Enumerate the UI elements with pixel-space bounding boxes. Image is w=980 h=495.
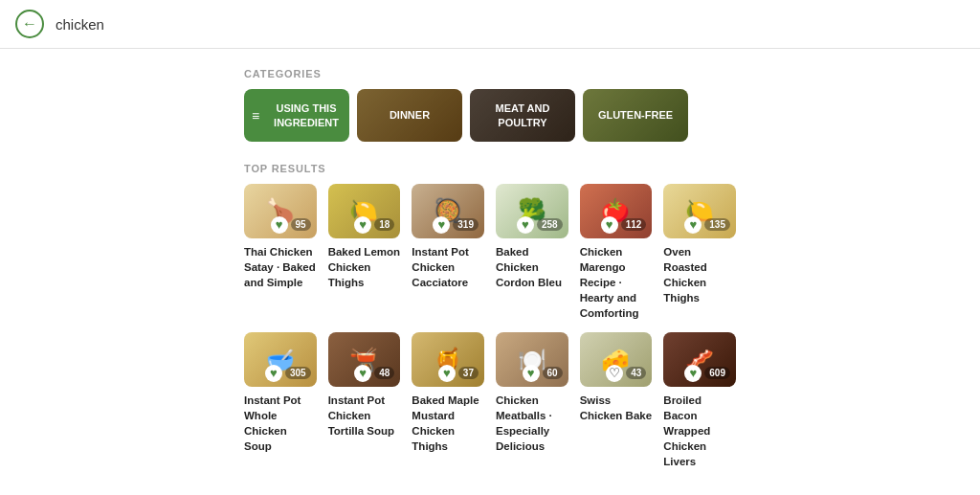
search-input[interactable] bbox=[56, 16, 965, 33]
recipe-card[interactable]: 🥣 ♥ 305 Instant Pot Whole Chicken Soup bbox=[244, 332, 317, 469]
heart-icon: ♥ bbox=[354, 365, 371, 382]
recipe-title: Oven Roasted Chicken Thighs bbox=[663, 244, 736, 305]
recipe-card[interactable]: 🍋 ♥ 18 Baked Lemon Chicken Thighs bbox=[328, 184, 401, 321]
recipe-title: Chicken Meatballs · Especially Delicious bbox=[496, 393, 568, 454]
main-content: CATEGORIES ≡ USING THIS INGREDIENT DINNE… bbox=[0, 49, 980, 488]
recipe-title: Thai Chicken Satay · Baked and Simple bbox=[244, 244, 317, 290]
results-grid: 🍗 ♥ 95 Thai Chicken Satay · Baked and Si… bbox=[244, 184, 736, 469]
like-count: 37 bbox=[458, 367, 479, 379]
recipe-title: Baked Lemon Chicken Thighs bbox=[328, 244, 401, 290]
heart-icon: ♥ bbox=[601, 216, 618, 234]
heart-icon: ♥ bbox=[271, 216, 288, 234]
back-button[interactable]: ← bbox=[15, 10, 44, 38]
category-meat-poultry[interactable]: MEAT AND POULTRY bbox=[470, 89, 575, 142]
categories-section: CATEGORIES ≡ USING THIS INGREDIENT DINNE… bbox=[244, 68, 736, 142]
recipe-title: Broiled Bacon Wrapped Chicken Livers bbox=[663, 393, 736, 469]
heart-outline-icon: ♡ bbox=[606, 365, 623, 382]
back-icon: ← bbox=[22, 15, 37, 33]
like-count: 43 bbox=[626, 367, 646, 379]
recipe-card[interactable]: 🥘 ♥ 319 Instant Pot Chicken Cacciatore bbox=[412, 184, 484, 321]
top-results-section: TOP RESULTS 🍗 ♥ 95 Thai Chicken Satay · … bbox=[244, 163, 736, 469]
like-badge: ♡ 43 bbox=[606, 365, 646, 382]
like-count: 135 bbox=[704, 218, 730, 231]
like-count: 48 bbox=[374, 367, 394, 379]
categories-row: ≡ USING THIS INGREDIENT DINNER MEAT AND … bbox=[244, 89, 736, 142]
like-badge: ♥ 60 bbox=[523, 365, 563, 382]
like-count: 95 bbox=[291, 218, 311, 231]
heart-icon: ♥ bbox=[684, 365, 702, 382]
like-count: 305 bbox=[285, 367, 311, 379]
recipe-thumbnail: 🥣 ♥ 305 bbox=[244, 332, 317, 387]
recipe-thumbnail: 🍯 ♥ 37 bbox=[412, 332, 484, 387]
like-badge: ♥ 258 bbox=[517, 216, 563, 234]
recipe-card[interactable]: 🥦 ♥ 258 Baked Chicken Cordon Bleu bbox=[496, 184, 568, 321]
like-badge: ♥ 135 bbox=[684, 216, 730, 234]
recipe-title: Instant Pot Chicken Tortilla Soup bbox=[328, 393, 401, 439]
like-badge: ♥ 95 bbox=[271, 216, 311, 234]
like-badge: ♥ 18 bbox=[354, 216, 394, 234]
like-badge: ♥ 112 bbox=[601, 216, 647, 234]
recipe-title: Chicken Marengo Recipe · Hearty and Comf… bbox=[580, 244, 653, 321]
top-results-label: TOP RESULTS bbox=[244, 163, 736, 174]
menu-icon: ≡ bbox=[252, 108, 259, 124]
recipe-thumbnail: 🥦 ♥ 258 bbox=[496, 184, 568, 238]
recipe-card[interactable]: 🍗 ♥ 95 Thai Chicken Satay · Baked and Si… bbox=[244, 184, 317, 321]
recipe-thumbnail: 🍽️ ♥ 60 bbox=[496, 332, 568, 387]
like-count: 18 bbox=[374, 218, 394, 231]
recipe-thumbnail: 🍅 ♥ 112 bbox=[580, 184, 653, 238]
heart-icon: ♥ bbox=[517, 216, 534, 234]
like-count: 258 bbox=[537, 218, 563, 231]
like-badge: ♥ 319 bbox=[433, 216, 479, 234]
category-label: MEAT AND POULTRY bbox=[470, 101, 575, 129]
recipe-thumbnail: 🥘 ♥ 319 bbox=[412, 184, 484, 238]
category-using-ingredient[interactable]: ≡ USING THIS INGREDIENT bbox=[244, 89, 349, 142]
recipe-title: Baked Maple Mustard Chicken Thighs bbox=[412, 393, 484, 454]
recipe-title: Instant Pot Whole Chicken Soup bbox=[244, 393, 317, 454]
like-count: 112 bbox=[621, 218, 647, 231]
recipe-thumbnail: 🥓 ♥ 609 bbox=[663, 332, 736, 387]
like-badge: ♥ 48 bbox=[354, 365, 394, 382]
heart-icon: ♥ bbox=[523, 365, 540, 382]
recipe-card[interactable]: 🍅 ♥ 112 Chicken Marengo Recipe · Hearty … bbox=[580, 184, 653, 321]
category-label: DINNER bbox=[384, 108, 435, 122]
category-label: USING THIS INGREDIENT bbox=[263, 101, 349, 129]
recipe-title: Instant Pot Chicken Cacciatore bbox=[412, 244, 484, 290]
recipe-card[interactable]: 🥓 ♥ 609 Broiled Bacon Wrapped Chicken Li… bbox=[663, 332, 736, 469]
like-badge: ♥ 37 bbox=[438, 365, 479, 382]
like-badge: ♥ 305 bbox=[265, 365, 311, 382]
recipe-thumbnail: 🍋 ♥ 18 bbox=[328, 184, 401, 238]
recipe-title: Baked Chicken Cordon Bleu bbox=[496, 244, 568, 290]
recipe-card[interactable]: 🍋 ♥ 135 Oven Roasted Chicken Thighs bbox=[663, 184, 736, 321]
recipe-card[interactable]: 🧀 ♡ 43 Swiss Chicken Bake bbox=[580, 332, 653, 469]
like-count: 60 bbox=[543, 367, 563, 379]
category-label: GLUTEN-FREE bbox=[592, 108, 679, 122]
like-badge: ♥ 609 bbox=[684, 365, 730, 382]
recipe-card[interactable]: 🍯 ♥ 37 Baked Maple Mustard Chicken Thigh… bbox=[412, 332, 484, 469]
header: ← bbox=[0, 0, 980, 49]
recipe-thumbnail: 🫕 ♥ 48 bbox=[328, 332, 401, 387]
recipe-card[interactable]: 🍽️ ♥ 60 Chicken Meatballs · Especially D… bbox=[496, 332, 568, 469]
heart-icon: ♥ bbox=[684, 216, 702, 234]
heart-icon: ♥ bbox=[433, 216, 450, 234]
heart-icon: ♥ bbox=[354, 216, 371, 234]
heart-icon: ♥ bbox=[438, 365, 456, 382]
recipe-thumbnail: 🧀 ♡ 43 bbox=[580, 332, 653, 387]
recipe-title: Swiss Chicken Bake bbox=[580, 393, 653, 423]
recipe-card[interactable]: 🫕 ♥ 48 Instant Pot Chicken Tortilla Soup bbox=[328, 332, 401, 469]
categories-label: CATEGORIES bbox=[244, 68, 736, 79]
heart-icon: ♥ bbox=[265, 365, 282, 382]
recipe-thumbnail: 🍋 ♥ 135 bbox=[663, 184, 736, 238]
like-count: 609 bbox=[704, 367, 730, 379]
like-count: 319 bbox=[453, 218, 479, 231]
category-dinner[interactable]: DINNER bbox=[357, 89, 462, 142]
category-gluten-free[interactable]: GLUTEN-FREE bbox=[583, 89, 688, 142]
recipe-thumbnail: 🍗 ♥ 95 bbox=[244, 184, 317, 238]
